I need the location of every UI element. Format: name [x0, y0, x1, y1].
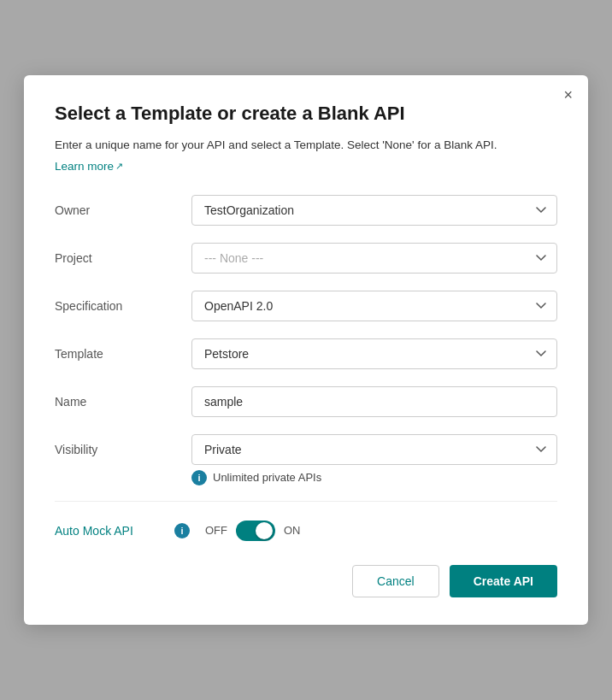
project-control: --- None ---	[191, 243, 557, 274]
template-label: Template	[55, 347, 191, 361]
owner-control: TestOrganization	[191, 195, 557, 226]
create-api-button[interactable]: Create API	[450, 565, 557, 597]
auto-mock-label: Auto Mock API	[55, 524, 174, 538]
toggle-off-label: OFF	[205, 524, 227, 537]
modal-overlay: × Select a Template or create a Blank AP…	[0, 0, 612, 700]
auto-mock-info-icon[interactable]: i	[174, 523, 190, 538]
name-control	[191, 386, 557, 417]
auto-mock-row: Auto Mock API i OFF ON	[55, 521, 557, 541]
toggle-on-label: ON	[284, 524, 301, 537]
visibility-info-icon: i	[191, 470, 207, 485]
name-label: Name	[55, 395, 191, 409]
owner-row: Owner TestOrganization	[55, 195, 557, 226]
template-control: Petstore	[191, 338, 557, 369]
visibility-row: Visibility Private	[55, 434, 557, 465]
toggle-switch[interactable]	[236, 521, 275, 541]
visibility-select[interactable]: Private	[191, 434, 557, 465]
visibility-label: Visibility	[55, 443, 191, 456]
owner-label: Owner	[55, 203, 191, 217]
template-select[interactable]: Petstore	[191, 338, 557, 369]
visibility-section: Visibility Private i Unlimited private A…	[55, 434, 557, 485]
learn-more-link[interactable]: Learn more ↗	[55, 160, 123, 173]
specification-control: OpenAPI 2.0	[191, 291, 557, 321]
modal-title: Select a Template or create a Blank API	[55, 103, 557, 125]
modal-dialog: × Select a Template or create a Blank AP…	[24, 75, 588, 624]
cancel-button[interactable]: Cancel	[352, 565, 439, 597]
visibility-info-container: i Unlimited private APIs	[55, 470, 557, 485]
learn-more-arrow-icon: ↗	[115, 161, 123, 172]
divider	[55, 501, 557, 502]
learn-more-label: Learn more	[55, 160, 114, 173]
visibility-info-row: i Unlimited private APIs	[191, 470, 557, 485]
visibility-control: Private	[191, 434, 557, 465]
project-label: Project	[55, 251, 191, 265]
toggle-knob	[256, 522, 273, 539]
specification-label: Specification	[55, 299, 191, 313]
project-select[interactable]: --- None ---	[191, 243, 557, 274]
toggle-area: OFF ON	[205, 521, 301, 541]
specification-row: Specification OpenAPI 2.0	[55, 291, 557, 321]
button-row: Cancel Create API	[55, 565, 557, 597]
specification-select[interactable]: OpenAPI 2.0	[191, 291, 557, 321]
project-row: Project --- None ---	[55, 243, 557, 274]
name-row: Name	[55, 386, 557, 417]
name-input[interactable]	[191, 386, 557, 417]
modal-description: Enter a unique name for your API and sel…	[55, 137, 557, 154]
template-row: Template Petstore	[55, 338, 557, 369]
visibility-info-text: Unlimited private APIs	[213, 471, 321, 484]
owner-select[interactable]: TestOrganization	[191, 195, 557, 226]
close-button[interactable]: ×	[563, 87, 573, 103]
